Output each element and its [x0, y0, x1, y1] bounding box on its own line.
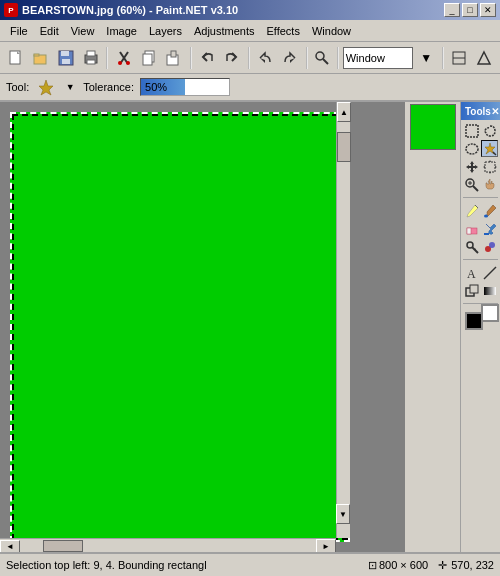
canvas-container: [10, 112, 350, 542]
secondary-color-box[interactable]: [481, 304, 499, 322]
tools-panel-header: Tools ✕: [461, 102, 500, 120]
color-picker-area: [461, 306, 500, 344]
thumbnail-image: [410, 104, 456, 150]
zoom-tool[interactable]: [463, 176, 480, 193]
toolbar: Window ▼: [0, 42, 500, 74]
gradient-tool[interactable]: [481, 282, 498, 299]
tools-header-label: Tools: [465, 106, 491, 117]
paste-button[interactable]: [162, 46, 185, 70]
print-button[interactable]: [79, 46, 102, 70]
new-button[interactable]: [4, 46, 27, 70]
svg-point-24: [466, 144, 478, 154]
zoom-icon: [312, 47, 333, 69]
thumbnail-panel: [405, 102, 460, 552]
eraser-tool[interactable]: [463, 220, 480, 237]
svg-rect-23: [466, 125, 478, 137]
extra-btn-2[interactable]: [473, 46, 496, 70]
menu-file[interactable]: File: [4, 23, 34, 39]
text-tool[interactable]: A: [463, 264, 480, 281]
menu-edit[interactable]: Edit: [34, 23, 65, 39]
menu-effects[interactable]: Effects: [261, 23, 306, 39]
move-selection-tool[interactable]: [481, 158, 498, 175]
svg-rect-9: [87, 60, 95, 64]
extra-btn-1[interactable]: [448, 46, 471, 70]
menu-view[interactable]: View: [65, 23, 101, 39]
vertical-scrollbar[interactable]: ▲ ▼: [336, 102, 350, 538]
move-selected-tool[interactable]: [463, 158, 480, 175]
current-tool-icon[interactable]: [35, 76, 57, 98]
main-area: ▲ ▼ ◄ ► Tools ✕: [0, 102, 500, 552]
svg-line-40: [484, 267, 496, 279]
tool-options-dropdown[interactable]: ▼: [63, 75, 77, 99]
tool-options-bar: Tool: ▼ Tolerance: 50%: [0, 74, 500, 102]
canvas-dimensions: 800 × 600: [379, 559, 428, 571]
svg-rect-34: [467, 228, 471, 234]
svg-point-32: [484, 214, 488, 217]
tolerance-bar[interactable]: 50%: [140, 78, 230, 96]
paintbrush-tool[interactable]: [481, 202, 498, 219]
clone-stamp-tool[interactable]: [463, 238, 480, 255]
status-selection-text: Selection top left: 9, 4. Bounding recta…: [6, 559, 358, 571]
svg-rect-17: [171, 51, 176, 57]
canvas-image[interactable]: [10, 112, 350, 542]
line-curve-tool[interactable]: [481, 264, 498, 281]
recolor-tool[interactable]: [481, 238, 498, 255]
maximize-button[interactable]: □: [462, 3, 478, 17]
ellipse-select-tool[interactable]: [463, 140, 480, 157]
primary-color-box[interactable]: [465, 312, 483, 330]
dropdown-arrow[interactable]: ▼: [415, 46, 438, 70]
app-icon: P: [4, 3, 18, 17]
window-controls[interactable]: _ □ ✕: [444, 3, 496, 17]
copy-button[interactable]: [137, 46, 160, 70]
menu-window[interactable]: Window: [306, 23, 357, 39]
undo-history-button[interactable]: [196, 46, 219, 70]
cursor-coordinates: 570, 232: [451, 559, 494, 571]
open-button[interactable]: [29, 46, 52, 70]
cut-button[interactable]: [112, 46, 135, 70]
svg-rect-42: [470, 285, 478, 293]
svg-line-25: [493, 152, 496, 155]
menu-image[interactable]: Image: [100, 23, 143, 39]
tools-divider-2: [463, 259, 498, 260]
window-title: BEARSTOWN.jpg (60%) - Paint.NET v3.10: [22, 4, 238, 16]
redo-button[interactable]: [279, 46, 302, 70]
pan-tool[interactable]: [481, 176, 498, 193]
svg-point-13: [126, 61, 130, 65]
undo-button[interactable]: [254, 46, 277, 70]
rectangle-select-tool[interactable]: [463, 122, 480, 139]
tool-label: Tool:: [6, 81, 29, 93]
separator-2: [190, 47, 192, 69]
svg-rect-8: [87, 51, 95, 56]
tools-close-icon[interactable]: ✕: [491, 106, 499, 117]
shapes-tool[interactable]: [463, 282, 480, 299]
status-dimensions-area: ⊡ 800 × 600: [368, 559, 428, 572]
status-bar: Selection top left: 9, 4. Bounding recta…: [0, 552, 500, 576]
fill-tool[interactable]: [481, 220, 498, 237]
window-dropdown[interactable]: Window: [343, 47, 413, 69]
tools-divider-1: [463, 197, 498, 198]
svg-rect-26: [485, 162, 495, 172]
magic-wand-tool[interactable]: [481, 140, 498, 157]
minimize-button[interactable]: _: [444, 3, 460, 17]
separator-6: [442, 47, 444, 69]
tools-panel: Tools ✕: [460, 102, 500, 552]
pencil-tool[interactable]: [463, 202, 480, 219]
menu-adjustments[interactable]: Adjustments: [188, 23, 261, 39]
canvas-area[interactable]: ▲ ▼ ◄ ►: [0, 102, 405, 552]
tools-grid-3: A: [461, 262, 500, 301]
svg-rect-15: [143, 54, 152, 65]
svg-rect-5: [61, 51, 69, 56]
svg-rect-3: [34, 54, 39, 56]
tolerance-value: 50%: [141, 81, 167, 93]
horizontal-scrollbar[interactable]: ◄ ►: [0, 538, 336, 552]
close-button[interactable]: ✕: [480, 3, 496, 17]
svg-marker-22: [478, 52, 490, 64]
menu-layers[interactable]: Layers: [143, 23, 188, 39]
title-bar: P BEARSTOWN.jpg (60%) - Paint.NET v3.10 …: [0, 0, 500, 20]
svg-line-19: [323, 59, 328, 64]
tools-grid: [461, 120, 500, 195]
lasso-select-tool[interactable]: [481, 122, 498, 139]
redo-history-button[interactable]: [221, 46, 244, 70]
save-button[interactable]: [54, 46, 77, 70]
tolerance-label: Tolerance:: [83, 81, 134, 93]
